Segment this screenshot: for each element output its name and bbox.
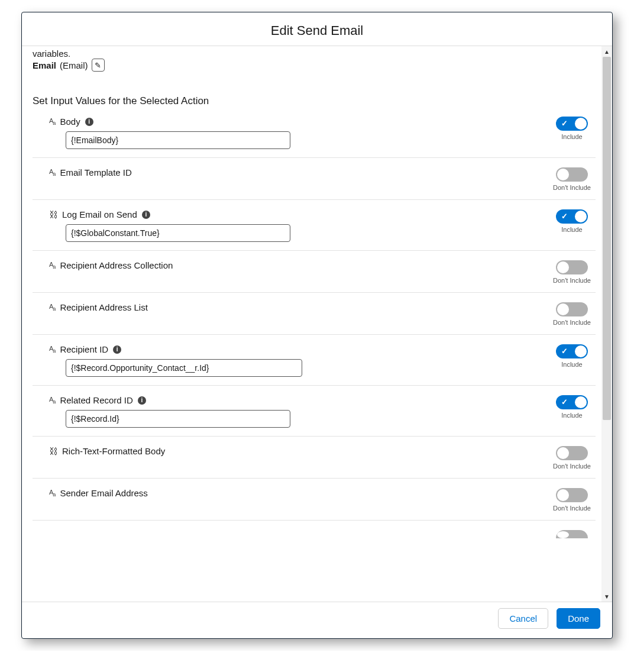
include-toggle-next[interactable] — [556, 530, 588, 538]
text-type-icon: Aa — [49, 396, 55, 405]
log-email-input[interactable] — [66, 224, 290, 242]
modal-scroll-area[interactable]: variables. Email (Email) ✎ Set Input Val… — [22, 46, 601, 602]
modal-title: Edit Send Email — [22, 12, 612, 46]
toggle-state-label: Include — [561, 226, 582, 233]
toggle-state-label: Don't Include — [553, 277, 591, 284]
info-icon[interactable]: i — [85, 118, 93, 126]
text-type-icon: Aa — [49, 168, 55, 177]
field-label: Body — [60, 117, 80, 127]
toggle-state-label: Don't Include — [553, 505, 591, 512]
text-type-icon: Aa — [49, 345, 55, 354]
edit-icon[interactable]: ✎ — [92, 59, 105, 72]
text-type-icon: Aa — [49, 261, 55, 270]
toggle-state-label: Include — [561, 412, 582, 419]
field-label: Recipient ID — [60, 344, 108, 354]
field-sender-email: Aa Sender Email Address ✓ Don't Include — [33, 479, 596, 521]
recipient-id-input[interactable] — [66, 359, 302, 377]
cancel-button[interactable]: Cancel — [498, 608, 548, 629]
modal-edit-send-email: Edit Send Email variables. Email (Email)… — [21, 12, 613, 639]
link-type-icon: ⛓ — [49, 446, 57, 456]
body-input[interactable] — [66, 131, 290, 149]
include-toggle-body[interactable]: ✓ — [556, 117, 588, 131]
scroll-track[interactable] — [601, 57, 612, 591]
include-toggle-email-template-id[interactable]: ✓ — [556, 167, 588, 182]
email-reference: Email (Email) ✎ — [33, 59, 596, 72]
field-email-template-id: Aa Email Template ID ✓ Don't Include — [33, 158, 596, 200]
field-related-record-id: Aa Related Record ID i ✓ Include — [33, 386, 596, 437]
field-label: Log Email on Send — [62, 209, 137, 219]
toggle-state-label: Don't Include — [553, 319, 591, 326]
scrollbar[interactable]: ▲ ▼ — [601, 46, 612, 602]
link-type-icon: ⛓ — [49, 209, 57, 219]
done-button[interactable]: Done — [557, 608, 600, 629]
intro-text: variables. — [33, 49, 596, 59]
include-toggle-recipient-list[interactable]: ✓ — [556, 302, 588, 316]
include-toggle-recipient-id[interactable]: ✓ — [556, 344, 588, 358]
related-record-id-input[interactable] — [66, 410, 290, 428]
email-label-bold: Email — [33, 60, 56, 70]
email-label-paren: (Email) — [60, 60, 88, 70]
field-log-email: ⛓ Log Email on Send i ✓ Include — [33, 200, 596, 251]
toggle-state-label: Include — [561, 361, 582, 368]
scroll-up-icon[interactable]: ▲ — [601, 46, 612, 57]
field-label: Email Template ID — [60, 167, 131, 177]
text-type-icon: Aa — [49, 303, 55, 312]
include-toggle-recipient-collection[interactable]: ✓ — [556, 260, 588, 274]
include-toggle-sender-email[interactable]: ✓ — [556, 488, 588, 502]
field-body: Aa Body i ✓ Include — [33, 107, 596, 158]
include-toggle-log-email[interactable]: ✓ — [556, 209, 588, 224]
field-label: Recipient Address List — [60, 302, 147, 312]
modal-footer: Cancel Done — [22, 602, 612, 638]
text-type-icon: Aa — [49, 489, 55, 497]
toggle-state-label: Don't Include — [553, 463, 591, 470]
section-title: Set Input Values for the Selected Action — [33, 95, 596, 107]
field-rich-text-body: ⛓ Rich-Text-Formatted Body ✓ Don't Inclu… — [33, 437, 596, 479]
field-recipient-collection: Aa Recipient Address Collection ✓ Don't … — [33, 251, 596, 293]
info-icon[interactable]: i — [142, 211, 150, 219]
scroll-down-icon[interactable]: ▼ — [601, 591, 612, 602]
info-icon[interactable]: i — [138, 396, 146, 405]
text-type-icon: Aa — [49, 117, 55, 126]
field-label: Related Record ID — [60, 395, 132, 405]
field-label: Recipient Address Collection — [60, 260, 173, 270]
toggle-state-label: Don't Include — [553, 184, 591, 191]
info-icon[interactable]: i — [113, 345, 121, 354]
scroll-thumb[interactable] — [603, 57, 611, 420]
field-recipient-id: Aa Recipient ID i ✓ Include — [33, 335, 596, 386]
field-label: Sender Email Address — [60, 488, 147, 498]
modal-body: variables. Email (Email) ✎ Set Input Val… — [22, 46, 612, 602]
toggle-state-label: Include — [561, 133, 582, 140]
include-toggle-related-record-id[interactable]: ✓ — [556, 395, 588, 409]
field-next-peek — [33, 521, 596, 538]
field-label: Rich-Text-Formatted Body — [62, 446, 165, 456]
include-toggle-rich-text-body[interactable]: ✓ — [556, 446, 588, 460]
field-recipient-list: Aa Recipient Address List ✓ Don't Includ… — [33, 293, 596, 335]
